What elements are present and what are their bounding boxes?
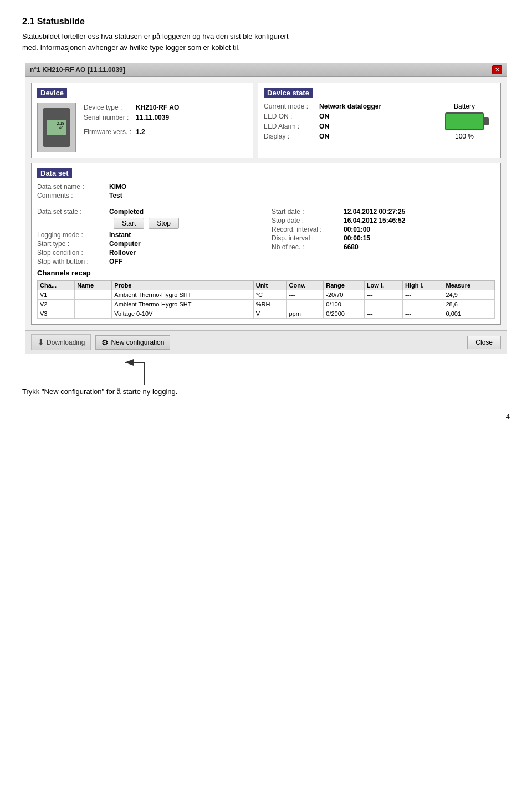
firmware-value: 1.2 [134,127,181,137]
col-name: Name [75,281,112,290]
dataset-state-value: Completed [109,208,144,216]
device-type-label: Device type : [81,103,134,112]
table-cell [75,290,112,300]
page-number: 4 [22,412,510,421]
start-button[interactable]: Start [114,218,144,229]
stop-condition-label: Stop condition : [37,249,109,257]
col-range: Range [324,281,365,290]
serial-value: 11.11.0039 [134,112,181,122]
new-config-label: New configuration [111,339,164,346]
table-cell: --- [364,290,402,300]
main-window: n°1 KH210-RF AO [11.11.0039] ✕ Device 2.… [25,63,507,354]
logging-mode-label: Logging mode : [37,231,109,239]
battery-label: Battery [454,103,475,110]
nb-rec-row: Nb of rec. : 6680 [272,243,495,251]
channels-header-row: Cha... Name Probe Unit Conv. Range Low l… [38,281,495,290]
logging-mode-value: Instant [109,231,131,239]
dataset-right-placeholder [272,183,495,201]
led-on-label: LED ON : [264,112,319,120]
firmware-label: Firmware vers. : [81,127,134,137]
table-cell: V [253,309,287,319]
screen-line2: 46. [59,126,64,130]
battery-tip [484,117,489,125]
dataset-name-label: Data set name : [37,183,109,191]
stop-date-row: Stop date : 16.04.2012 15:46:52 [272,217,495,224]
window-close-button[interactable]: ✕ [492,65,502,74]
arrow-container [22,354,510,387]
table-cell: 28,6 [443,300,495,309]
new-config-button[interactable]: ⚙ New configuration [95,335,170,350]
table-cell: V3 [38,309,75,319]
col-measure: Measure [443,281,495,290]
device-panel-title: Device [37,88,67,98]
device-type-value: KH210-RF AO [134,103,181,112]
battery-percent: 100 % [455,132,474,140]
state-panel-content: Current mode : Network datalogger LED ON… [264,103,495,142]
table-cell: --- [364,300,402,309]
config-icon: ⚙ [101,338,109,347]
state-fields: Current mode : Network datalogger LED ON… [264,103,428,142]
start-type-value: Computer [109,240,141,248]
logging-mode-row: Logging mode : Instant [37,231,260,239]
table-cell: --- [364,309,402,319]
display-value: ON [319,132,329,140]
led-on-value: ON [319,112,329,120]
record-interval-row: Record. interval : 00:01:00 [272,226,495,233]
disp-interval-row: Disp. interval : 00:00:15 [272,234,495,242]
table-cell: °C [253,290,287,300]
channels-title: Channels recap [37,269,495,277]
stop-button-label: Stop with button : [37,258,109,265]
top-panels: Device 2.18 46. Device typ [31,83,501,158]
start-type-label: Start type : [37,240,109,248]
battery-fill [446,114,483,129]
device-screen: 2.18 46. [47,120,66,135]
stop-button-value: OFF [109,258,122,265]
dataset-name-section: Data set name : KIMO Comments : Test [37,183,260,201]
window-content: Device 2.18 46. Device typ [25,77,507,330]
serial-label: Serial number : [81,112,134,122]
record-interval-label: Record. interval : [272,226,344,233]
stop-condition-row: Stop condition : Rollover [37,249,260,257]
table-cell: V1 [38,290,75,300]
led-alarm-value: ON [319,122,329,130]
table-cell: 0/2000 [324,309,365,319]
dataset-name-value: KIMO [109,183,126,191]
display-label: Display : [264,132,319,140]
col-probe: Probe [112,281,253,290]
dataset-right-col: Start date : 12.04.2012 00:27:25 Stop da… [272,208,495,267]
col-unit: Unit [253,281,287,290]
close-button[interactable]: Close [467,336,501,349]
device-panel-inner: 2.18 46. Device type : KH210-RF AO [37,103,247,152]
intro-text: Statusbildet forteller oss hva statusen … [22,31,510,53]
dataset-state-row: Data set state : Completed [37,208,260,216]
battery-body [445,112,484,130]
stop-condition-value: Rollover [109,249,136,257]
downloading-button[interactable]: ⬇ Downloading [31,334,91,350]
table-row: V1Ambient Thermo-Hygro SHT°C----20/70---… [38,290,495,300]
section-title: 2.1 Statusbilde [22,17,510,27]
downloading-label: Downloading [47,339,85,346]
channels-table: Cha... Name Probe Unit Conv. Range Low l… [37,280,495,319]
disp-interval-value: 00:00:15 [344,234,370,242]
col-high: High l. [403,281,443,290]
dataset-left-col: Data set state : Completed Start Stop Lo… [37,208,260,267]
current-mode-label: Current mode : [264,103,319,110]
window-footer: ⬇ Downloading ⚙ New configuration Close [25,330,507,354]
stop-button[interactable]: Stop [149,218,179,229]
table-cell: --- [287,300,324,309]
table-cell [75,309,112,319]
start-date-label: Start date : [272,208,344,216]
footer-note: Trykk "New configuration" for å starte n… [22,387,510,396]
start-date-value: 12.04.2012 00:27:25 [344,208,405,216]
current-mode-row: Current mode : Network datalogger [264,103,428,110]
window-title: n°1 KH210-RF AO [11.11.0039] [30,66,125,74]
device-state-panel-title: Device state [264,88,313,98]
table-cell: -20/70 [324,290,365,300]
led-on-row: LED ON : ON [264,112,428,120]
disp-interval-label: Disp. interval : [272,234,344,242]
device-icon: 2.18 46. [43,108,70,147]
state-actions: Start Stop [37,218,260,229]
dataset-panel: Data set Data set name : KIMO Comments :… [31,163,501,325]
dataset-state-label: Data set state : [37,208,109,216]
start-date-row: Start date : 12.04.2012 00:27:25 [272,208,495,216]
